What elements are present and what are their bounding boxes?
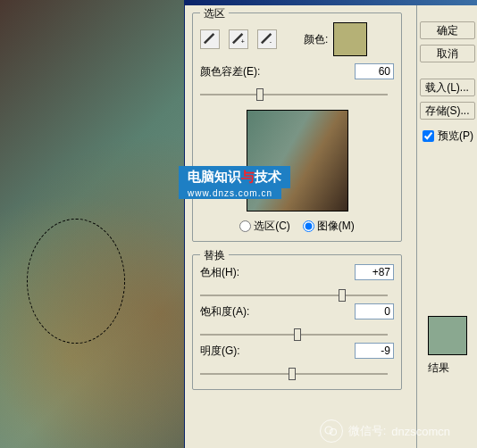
fuzziness-slider[interactable] [200,87,388,103]
preview-checkbox-label: 预览(P) [438,129,473,144]
selection-group-title: 选区 [200,6,229,21]
fuzziness-input[interactable] [355,63,394,79]
result-color-swatch[interactable] [428,316,467,355]
svg-point-3 [330,429,336,436]
hue-label: 色相(H): [200,265,239,280]
color-label: 颜色: [304,32,328,47]
replacement-group-title: 替换 [200,248,229,263]
hue-input[interactable] [355,264,394,280]
saturation-slider[interactable] [200,327,388,343]
dialog-button-panel: 确定 取消 载入(L)... 存储(S)... 预览(P) 结果 [416,5,477,448]
saturation-label: 饱和度(A): [200,304,249,319]
save-button[interactable]: 存储(S)... [420,102,475,120]
svg-text:+: + [241,38,245,45]
cancel-button[interactable]: 取消 [420,45,475,62]
radio-image[interactable]: 图像(M) [303,219,355,234]
radio-selection[interactable]: 选区(C) [239,219,290,234]
watermark-url: www.dnzs.com.cn [179,187,281,199]
eyedropper-subtract-tool[interactable]: - [257,29,277,49]
hue-slider[interactable] [200,287,388,303]
lightness-label: 明度(G): [200,344,240,359]
lightness-slider[interactable] [200,366,388,382]
watermark-logo: 电脑知识与技术 [179,166,290,188]
wechat-id: dnzscomcn [391,425,450,438]
lightness-input[interactable] [355,343,394,359]
selection-group: 选区 + - 颜色: 颜色容差(E): [192,12,402,242]
load-button[interactable]: 载入(L)... [420,79,475,96]
ok-button[interactable]: 确定 [420,21,475,39]
wechat-label: 微信号: [348,423,387,439]
result-label: 结果 [428,361,467,376]
wechat-overlay: 微信号: dnzscomcn [320,419,450,443]
fuzziness-label: 颜色容差(E): [200,64,260,79]
marquee-selection [27,219,125,344]
preview-checkbox[interactable] [423,130,434,142]
eyedropper-add-tool[interactable]: + [229,29,248,49]
eyedropper-tool[interactable] [200,29,220,49]
selection-color-swatch[interactable] [333,22,367,56]
replacement-group: 替换 色相(H): 饱和度(A): 明度(G): [192,254,402,390]
wechat-icon [320,419,343,443]
saturation-input[interactable] [355,303,394,319]
svg-text:-: - [270,38,272,45]
